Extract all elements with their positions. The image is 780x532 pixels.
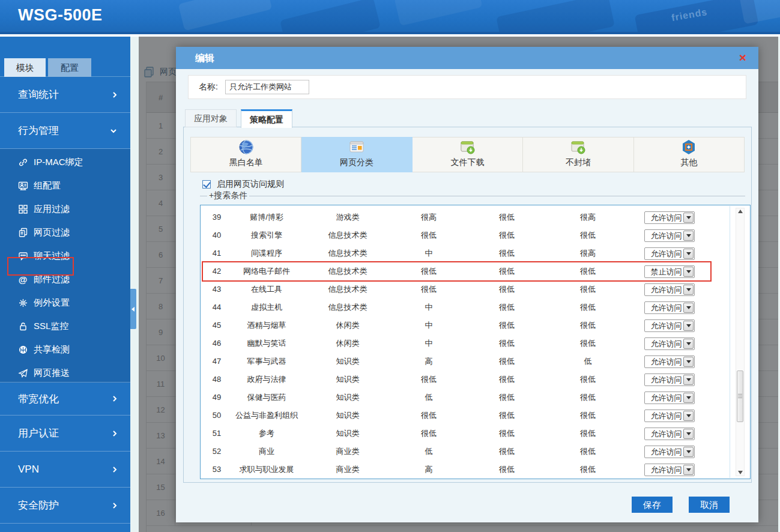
rule-action-select[interactable]: 允许访问 xyxy=(644,355,695,368)
app-header: friends WSG-500E xyxy=(0,0,780,34)
icon-tab-web-category[interactable]: 网页分类 xyxy=(301,137,412,172)
category-rule-row: 52 商业 商业类 低 很低 很低 允许访问 xyxy=(203,443,710,461)
icon-tab-file-download[interactable]: 文件下载 xyxy=(413,137,523,172)
rule-action-select[interactable]: 允许访问 xyxy=(644,229,695,242)
tab-apply-objects[interactable]: 应用对象 xyxy=(185,109,237,127)
dropdown-arrow-icon[interactable] xyxy=(683,303,694,313)
scroll-up-icon[interactable] xyxy=(736,210,744,213)
dropdown-arrow-icon[interactable] xyxy=(683,357,694,367)
scrollbar-thumb[interactable] xyxy=(737,370,743,422)
rule-action-value: 允许访问 xyxy=(645,302,683,313)
rule-level-3: 低 xyxy=(549,352,627,370)
rule-action-select[interactable]: 允许访问 xyxy=(644,247,695,260)
rule-level-1: 很低 xyxy=(393,370,465,388)
dropdown-arrow-icon[interactable] xyxy=(683,429,694,439)
category-rule-row: 46 幽默与笑话 休闲类 中 很低 很低 允许访问 xyxy=(203,334,710,352)
sidebar-item-ssl-monitor[interactable]: SSL监控 xyxy=(0,315,130,338)
dropdown-arrow-icon[interactable] xyxy=(683,375,694,385)
rule-name: 求职与职业发展 xyxy=(231,461,303,479)
rule-action-select[interactable]: 允许访问 xyxy=(644,211,695,224)
rule-level-1: 低 xyxy=(393,443,465,461)
rule-level-2: 很低 xyxy=(465,388,549,407)
rule-action-select[interactable]: 禁止访问 xyxy=(644,265,695,278)
sidebar-item-web-filter[interactable]: 网页过滤 xyxy=(0,221,130,244)
enable-rule-checkbox[interactable] xyxy=(202,180,211,189)
sidebar-item-exception-settings[interactable]: 例外设置 xyxy=(0,291,130,315)
dropdown-arrow-icon[interactable] xyxy=(683,321,694,331)
rule-level-2: 很低 xyxy=(465,244,549,262)
rule-name: 酒精与烟草 xyxy=(231,316,303,334)
dropdown-arrow-icon[interactable] xyxy=(683,249,694,259)
chevron-right-icon xyxy=(112,395,117,402)
rule-action-select[interactable]: 允许访问 xyxy=(644,301,695,314)
rule-category: 知识类 xyxy=(303,352,393,370)
dropdown-arrow-icon[interactable] xyxy=(683,231,694,241)
rule-action-select[interactable]: 允许访问 xyxy=(644,428,695,440)
category-rule-row: 40 搜索引擎 信息技术类 很低 很低 很低 允许访问 xyxy=(203,226,710,244)
hexagon-plus-icon xyxy=(680,139,697,156)
rule-action-select[interactable]: 允许访问 xyxy=(644,337,695,350)
rule-level-3: 很高 xyxy=(549,244,627,262)
sidebar-section-behavior-mgmt[interactable]: 行为管理 xyxy=(0,113,130,149)
enable-rule-label: 启用网页访问规则 xyxy=(217,179,284,190)
tab-config[interactable]: 配置 xyxy=(48,58,91,77)
dialog-tabs: 应用对象 策略配置 xyxy=(185,109,292,127)
rule-action-value: 允许访问 xyxy=(645,464,683,476)
sidebar-item-ip-mac-binding[interactable]: IP-MAC绑定 xyxy=(0,151,130,174)
name-input[interactable] xyxy=(225,80,309,94)
sidebar-item-web-push[interactable]: 网页推送 xyxy=(0,361,130,385)
save-button[interactable]: 保存 xyxy=(632,497,673,513)
group-icon xyxy=(17,181,28,191)
rule-action-select[interactable]: 允许访问 xyxy=(644,319,695,332)
rule-level-3: 很低 xyxy=(549,280,627,298)
search-condition-label[interactable]: +搜索条件 xyxy=(207,190,249,201)
close-icon[interactable]: × xyxy=(739,50,746,65)
sidebar-section-security[interactable]: 安全防护 xyxy=(0,488,130,524)
dropdown-arrow-icon[interactable] xyxy=(683,267,694,277)
dropdown-arrow-icon[interactable] xyxy=(683,393,694,403)
rule-level-2: 很低 xyxy=(465,316,549,334)
page-left-gutter xyxy=(130,37,139,532)
scroll-down-icon[interactable] xyxy=(736,471,744,474)
icon-tab-other[interactable]: 其他 xyxy=(634,137,745,172)
rule-level-2: 很低 xyxy=(465,298,549,316)
rule-action-select[interactable]: 允许访问 xyxy=(644,464,695,476)
category-rules-table: 39 赌博/博彩 游戏类 很高 很低 很高 允许访问 40 搜索引擎 信息技术类… xyxy=(200,205,751,479)
rule-action-select[interactable]: 允许访问 xyxy=(644,446,695,458)
sidebar-item-app-filter[interactable]: 应用过滤 xyxy=(0,198,130,221)
rule-action-select[interactable]: 允许访问 xyxy=(644,410,695,422)
rule-action-select[interactable]: 允许访问 xyxy=(644,391,695,404)
dropdown-arrow-icon[interactable] xyxy=(683,447,694,457)
dropdown-arrow-icon[interactable] xyxy=(683,411,694,421)
sidebar-section-vpn[interactable]: VPN xyxy=(0,452,130,488)
dropdown-arrow-icon[interactable] xyxy=(683,339,694,349)
sidebar-section-bandwidth[interactable]: 带宽优化 xyxy=(0,382,130,416)
dropdown-arrow-icon[interactable] xyxy=(683,465,694,475)
rule-level-1: 中 xyxy=(393,244,465,262)
dropdown-arrow-icon[interactable] xyxy=(683,285,694,295)
rule-action-value: 允许访问 xyxy=(645,338,683,349)
rule-level-1: 中 xyxy=(393,298,465,316)
sidebar-collapse-handle[interactable] xyxy=(130,289,136,329)
table-scrollbar[interactable] xyxy=(736,208,745,476)
webpage-icon xyxy=(17,228,28,238)
sidebar-item-share-detect[interactable]: 共享检测 xyxy=(0,338,130,361)
cancel-button[interactable]: 取消 xyxy=(689,497,730,513)
rule-action-select[interactable]: 允许访问 xyxy=(644,283,695,296)
rule-level-1: 很低 xyxy=(393,262,465,280)
sidebar-section-user-auth[interactable]: 用户认证 xyxy=(0,416,130,452)
tab-modules[interactable]: 模块 xyxy=(4,58,46,77)
rule-action-select[interactable]: 允许访问 xyxy=(644,373,695,386)
rule-name: 军事与武器 xyxy=(231,352,303,370)
sidebar-section-query-stats[interactable]: 查询统计 xyxy=(0,77,130,113)
rule-number: 45 xyxy=(203,316,231,334)
rule-level-1: 中 xyxy=(393,316,465,334)
sidebar-item-group-config[interactable]: 组配置 xyxy=(0,174,130,198)
rule-action-value: 允许访问 xyxy=(645,410,683,422)
rule-category: 信息技术类 xyxy=(303,298,393,316)
tab-policy-config[interactable]: 策略配置 xyxy=(241,109,292,128)
icon-tab-no-block[interactable]: 不封堵 xyxy=(523,137,633,172)
rule-number: 42 xyxy=(203,262,231,280)
dropdown-arrow-icon[interactable] xyxy=(683,213,694,223)
icon-tab-blackwhite-list[interactable]: 黑白名单 xyxy=(190,137,301,172)
